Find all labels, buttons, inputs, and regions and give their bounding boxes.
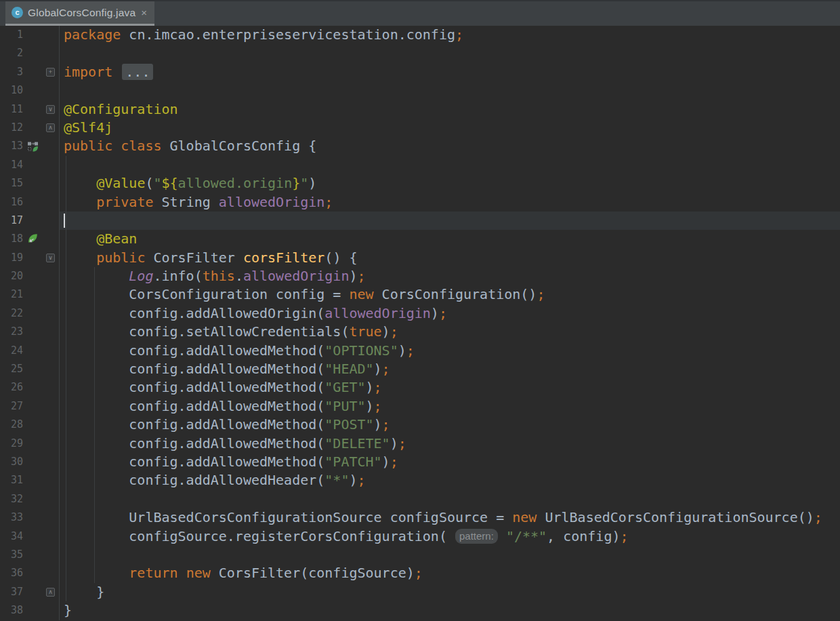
code-line[interactable]: 3+import ...: [0, 63, 840, 81]
line-number[interactable]: 24: [0, 342, 23, 360]
line-number[interactable]: 15: [0, 174, 23, 193]
code-text[interactable]: [60, 490, 840, 508]
code-text[interactable]: }: [60, 583, 840, 601]
code-text[interactable]: config.addAllowedOrigin(allowedOrigin);: [60, 304, 840, 323]
code-line[interactable]: 12∧@Slf4j: [0, 119, 840, 137]
code-line[interactable]: 35: [0, 546, 840, 564]
code-line[interactable]: 25 config.addAllowedMethod("HEAD");: [0, 360, 840, 378]
line-number[interactable]: 28: [0, 416, 23, 434]
code-line[interactable]: 10: [0, 81, 840, 100]
line-number[interactable]: 10: [0, 81, 23, 100]
code-text[interactable]: config.addAllowedMethod("PUT");: [60, 397, 840, 416]
code-text[interactable]: @Bean: [60, 230, 840, 248]
code-line[interactable]: 22 config.addAllowedOrigin(allowedOrigin…: [0, 304, 840, 323]
code-text[interactable]: @Value("${allowed.origin}"): [60, 174, 840, 193]
code-text[interactable]: public CorsFilter corsFilter() {: [60, 249, 840, 267]
line-number[interactable]: 31: [0, 471, 23, 489]
line-number[interactable]: 18: [0, 230, 23, 248]
fold-up-icon[interactable]: ∧: [46, 123, 55, 132]
line-number[interactable]: 37: [0, 583, 23, 601]
line-number[interactable]: 11: [0, 100, 23, 119]
line-number[interactable]: 30: [0, 453, 23, 471]
line-number[interactable]: 1: [0, 26, 23, 44]
code-text[interactable]: config.addAllowedHeader("*");: [60, 471, 840, 489]
code-text[interactable]: [60, 156, 840, 174]
code-line[interactable]: 27 config.addAllowedMethod("PUT");: [0, 397, 840, 416]
code-text[interactable]: config.addAllowedMethod("OPTIONS");: [60, 342, 840, 360]
code-text[interactable]: config.addAllowedMethod("POST");: [60, 416, 840, 434]
code-line[interactable]: 24 config.addAllowedMethod("OPTIONS");: [0, 342, 840, 360]
code-text[interactable]: private String allowedOrigin;: [60, 193, 840, 212]
code-line[interactable]: 19∨ public CorsFilter corsFilter() {: [0, 249, 840, 267]
fold-down-icon[interactable]: ∨: [46, 254, 55, 262]
code-line[interactable]: 38}: [0, 601, 840, 620]
line-number[interactable]: 26: [0, 378, 23, 397]
line-number[interactable]: 3: [0, 63, 23, 81]
folded-imports[interactable]: ...: [122, 64, 153, 80]
code-text[interactable]: [60, 44, 840, 62]
line-number[interactable]: 25: [0, 360, 23, 378]
code-line[interactable]: 23 config.setAllowCredentials(true);: [0, 323, 840, 341]
code-line[interactable]: 37∧ }: [0, 583, 840, 601]
line-number[interactable]: 14: [0, 156, 23, 174]
tab-close-icon[interactable]: ×: [140, 7, 148, 18]
code-line[interactable]: 32: [0, 490, 840, 508]
line-number[interactable]: 13: [0, 137, 23, 155]
code-editor[interactable]: 1package cn.imcao.enterpriseservicestati…: [0, 26, 840, 620]
line-number[interactable]: 29: [0, 435, 23, 453]
code-text[interactable]: config.setAllowCredentials(true);: [60, 323, 840, 341]
fold-down-icon[interactable]: ∨: [46, 105, 55, 114]
line-number[interactable]: 36: [0, 564, 23, 582]
code-text[interactable]: package cn.imcao.enterpriseservicestatio…: [60, 26, 840, 44]
code-text[interactable]: configSource.registerCorsConfiguration( …: [60, 527, 840, 546]
code-text[interactable]: }: [60, 601, 840, 620]
code-text[interactable]: import ...: [60, 63, 840, 81]
code-line[interactable]: 20 Log.info(this.allowedOrigin);: [0, 267, 840, 285]
code-line[interactable]: 31 config.addAllowedHeader("*");: [0, 471, 840, 489]
code-line[interactable]: 1package cn.imcao.enterpriseservicestati…: [0, 26, 840, 44]
code-line[interactable]: 36 return new CorsFilter(configSource);: [0, 564, 840, 582]
line-number[interactable]: 32: [0, 490, 23, 508]
code-text[interactable]: Log.info(this.allowedOrigin);: [60, 267, 840, 285]
code-line[interactable]: 2: [0, 44, 840, 62]
code-line[interactable]: 28 config.addAllowedMethod("POST");: [0, 416, 840, 434]
code-text[interactable]: config.addAllowedMethod("HEAD");: [60, 360, 840, 378]
line-number[interactable]: 33: [0, 508, 23, 527]
fold-plus-icon[interactable]: +: [46, 68, 55, 77]
code-line[interactable]: 14: [0, 156, 840, 174]
line-number[interactable]: 34: [0, 527, 23, 546]
code-line[interactable]: 29 config.addAllowedMethod("DELETE");: [0, 435, 840, 453]
code-line[interactable]: 26 config.addAllowedMethod("GET");: [0, 378, 840, 397]
code-text[interactable]: config.addAllowedMethod("PATCH");: [60, 453, 840, 471]
code-line[interactable]: 17: [0, 212, 840, 230]
line-number[interactable]: 27: [0, 397, 23, 416]
line-number[interactable]: 17: [0, 212, 23, 230]
code-text[interactable]: [60, 546, 840, 564]
code-line[interactable]: 13public class GlobalCorsConfig {: [0, 137, 840, 155]
code-text[interactable]: @Configuration: [60, 100, 840, 119]
code-line[interactable]: 16 private String allowedOrigin;: [0, 193, 840, 212]
code-line[interactable]: 30 config.addAllowedMethod("PATCH");: [0, 453, 840, 471]
line-number[interactable]: 38: [0, 601, 23, 620]
code-text[interactable]: @Slf4j: [60, 119, 840, 137]
line-number[interactable]: 23: [0, 323, 23, 341]
fold-up-icon[interactable]: ∧: [46, 588, 55, 597]
spring-beans-icon[interactable]: [27, 141, 39, 153]
code-line[interactable]: 33 UrlBasedCorsConfigurationSource confi…: [0, 508, 840, 527]
line-number[interactable]: 21: [0, 285, 23, 304]
line-number[interactable]: 2: [0, 44, 23, 62]
code-text[interactable]: UrlBasedCorsConfigurationSource configSo…: [60, 508, 840, 527]
code-line[interactable]: 18 @Bean: [0, 230, 840, 248]
code-line[interactable]: 21 CorsConfiguration config = new CorsCo…: [0, 285, 840, 304]
code-text[interactable]: config.addAllowedMethod("DELETE");: [60, 435, 840, 453]
code-text[interactable]: [60, 212, 840, 230]
line-number[interactable]: 35: [0, 546, 23, 564]
line-number[interactable]: 20: [0, 267, 23, 285]
line-number[interactable]: 19: [0, 249, 23, 267]
line-number[interactable]: 12: [0, 119, 23, 137]
code-line[interactable]: 34 configSource.registerCorsConfiguratio…: [0, 527, 840, 546]
line-number[interactable]: 16: [0, 193, 23, 212]
code-text[interactable]: config.addAllowedMethod("GET");: [60, 378, 840, 397]
code-text[interactable]: [60, 81, 840, 100]
code-text[interactable]: return new CorsFilter(configSource);: [60, 564, 840, 582]
